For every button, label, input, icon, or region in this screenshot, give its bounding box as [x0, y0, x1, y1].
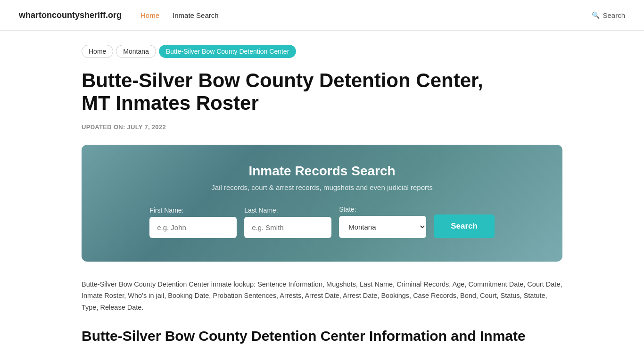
first-name-label: First Name: [149, 206, 183, 214]
breadcrumb-montana[interactable]: Montana [116, 45, 156, 58]
site-logo[interactable]: whartoncountysheriff.org [19, 10, 122, 20]
last-name-label: Last Name: [244, 206, 278, 214]
nav-home[interactable]: Home [140, 11, 159, 19]
last-name-group: Last Name: [244, 206, 331, 238]
first-name-input[interactable] [149, 217, 237, 238]
state-label: State: [339, 206, 356, 213]
search-icon: 🔍 [592, 11, 600, 19]
search-widget: Inmate Records Search Jail records, cour… [82, 145, 562, 262]
header-search-label: Search [603, 11, 625, 19]
search-widget-title: Inmate Records Search [110, 164, 534, 179]
breadcrumb-home[interactable]: Home [82, 45, 113, 58]
main-nav: Home Inmate Search [140, 11, 573, 19]
updated-on: UPDATED ON: JULY 7, 2022 [82, 123, 562, 131]
search-button[interactable]: Search [434, 214, 495, 238]
breadcrumb: Home Montana Butte-Silver Bow County Det… [82, 45, 562, 58]
page-title: Butte-Silver Bow County Detention Center… [82, 69, 506, 115]
nav-inmate-search[interactable]: Inmate Search [173, 11, 219, 19]
state-group: State: MontanaAlabamaAlaskaArizonaArkans… [339, 206, 426, 238]
state-select[interactable]: MontanaAlabamaAlaskaArizonaArkansasCalif… [339, 216, 426, 238]
breadcrumb-current[interactable]: Butte-Silver Bow County Detention Center [159, 45, 296, 58]
description-text: Butte-Silver Bow County Detention Center… [82, 279, 562, 313]
first-name-group: First Name: [149, 206, 237, 238]
search-widget-subtitle: Jail records, court & arrest records, mu… [110, 183, 534, 191]
last-name-input[interactable] [244, 217, 331, 238]
header-search[interactable]: 🔍 Search [592, 11, 625, 19]
search-fields: First Name: Last Name: State: MontanaAla… [110, 206, 534, 238]
section-heading: Butte-Silver Bow County Detention Center… [82, 328, 562, 345]
main-content: Home Montana Butte-Silver Bow County Det… [63, 31, 581, 359]
header: whartoncountysheriff.org Home Inmate Sea… [0, 0, 644, 31]
